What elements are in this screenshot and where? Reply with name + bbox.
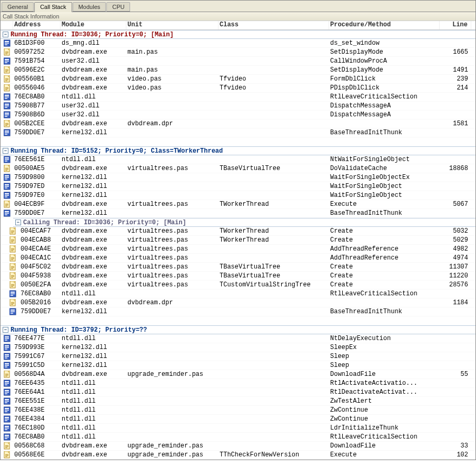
cell-module: kernel32.dll [61, 174, 126, 181]
svg-rect-167 [5, 420, 7, 421]
stack-row[interactable]: 0050E2FAdvbdream.exevirtualtrees.pasTCus… [1, 281, 475, 290]
cell-line: 102 [440, 451, 471, 459]
stack-row[interactable]: 76EC8AB0ntdll.dllRtlLeaveCriticalSection [1, 433, 475, 442]
stack-row[interactable]: 00568E6Edvbdream.exeupgrade_reminder.pas… [1, 451, 475, 460]
thread-group-header[interactable]: −Running Thread: ID=5152; Priority=0; Cl… [1, 146, 475, 155]
header-module[interactable]: Module [61, 21, 126, 29]
svg-rect-122 [11, 304, 13, 305]
cell-module: ntdll.dll [61, 156, 126, 163]
cell-class: Tfvideo [219, 84, 329, 92]
cell-unit: video.pas [126, 84, 219, 92]
svg-rect-150 [5, 383, 9, 384]
tab-modules[interactable]: Modules [73, 2, 106, 12]
stack-row[interactable]: 759DD0E7kernel32.dllBaseThreadInitThunk [1, 128, 475, 137]
cell-unit: virtualtrees.pas [126, 263, 219, 271]
svg-rect-76 [5, 211, 9, 212]
cell-address: 75991C67 [13, 353, 61, 360]
stack-row[interactable]: 004F5C02dvbdream.exevirtualtrees.pasTBas… [1, 263, 475, 272]
stack-row[interactable]: 76EC8AB0ntdll.dllRtlLeaveCriticalSection [1, 290, 475, 298]
tab-call-stack[interactable]: Call Stack [34, 2, 72, 12]
header-line[interactable]: Line [440, 21, 471, 29]
stack-row[interactable]: 00597252dvbdream.exemain.pasSetDisplayMo… [1, 48, 475, 57]
nested-thread-title: Calling Thread: ID=3036; Priority=0; [Ma… [23, 219, 186, 226]
stack-row[interactable]: 76EE6435ntdll.dllRtlActivateActivatio... [1, 379, 475, 388]
thread-group-header[interactable]: −Running Thread: ID=3036; Priority=0; [M… [1, 30, 475, 39]
cell-address: 76EE4384 [13, 415, 61, 423]
stack-row[interactable]: 76EC8AB0ntdll.dllRtlLeaveCriticalSection [1, 93, 475, 102]
header-address[interactable]: Address [13, 21, 61, 29]
stack-row[interactable]: 75908B77user32.dllDispatchMessageA [1, 102, 475, 111]
stack-row[interactable]: 76EE477Entdll.dllNtDelayExecution [1, 334, 475, 343]
stack-row[interactable]: 759DD0E7kernel32.dllBaseThreadInitThunk [1, 307, 475, 316]
svg-rect-146 [5, 375, 8, 375]
row-type-icon [1, 254, 19, 262]
svg-rect-20 [5, 78, 8, 79]
stack-row[interactable]: 00568D4Advbdream.exeupgrade_reminder.pas… [1, 370, 475, 379]
cell-module: user32.dll [61, 102, 126, 109]
stack-row[interactable]: 759D993Ekernel32.dllSleepEx [1, 343, 475, 352]
collapse-toggle-icon[interactable]: − [3, 327, 8, 333]
row-type-icon [1, 93, 13, 101]
svg-rect-51 [5, 159, 9, 160]
stack-row[interactable]: 76EE438Entdll.dllZwContinue [1, 406, 475, 415]
stack-row[interactable]: 75908B6Duser32.dllDispatchMessageA [1, 111, 475, 120]
thread-group-header[interactable]: −Running Thread: ID=3792; Priority=?? [1, 325, 475, 334]
svg-rect-98 [11, 260, 13, 260]
header-class[interactable]: Class [219, 21, 329, 29]
stack-row[interactable]: 759D97EDkernel32.dllWaitForSingleObject [1, 182, 475, 191]
stack-row[interactable]: 004F5938dvbdream.exevirtualtrees.pasTBas… [1, 272, 475, 281]
stack-row[interactable]: 759D9800kernel32.dllWaitForSingleObjectE… [1, 173, 475, 182]
cell-address: 00568D4A [13, 371, 61, 378]
stack-row[interactable]: 004ECB9Fdvbdream.exevirtualtrees.pasTWor… [1, 200, 475, 209]
svg-rect-26 [5, 88, 8, 89]
stack-row[interactable]: 6B1D3F00ds_mng.dllds_set_window [1, 39, 475, 48]
stack-row[interactable]: 004ECA1Cdvbdream.exevirtualtrees.pasAddT… [1, 254, 475, 263]
stack-row[interactable]: 75991C67kernel32.dllSleep [1, 352, 475, 361]
stack-row[interactable]: 00568C68dvbdream.exeupgrade_reminder.pas… [1, 442, 475, 451]
stack-row[interactable]: 759DD0E7kernel32.dllBaseThreadInitThunk [1, 209, 475, 218]
svg-rect-93 [11, 251, 13, 251]
tab-cpu[interactable]: CPU [106, 2, 130, 12]
stack-row[interactable]: 00596E2Cdvbdream.exemain.pasSetDisplayMo… [1, 66, 475, 75]
stack-row[interactable]: 76EE64A1ntdll.dllRtlDeactivateActivat... [1, 388, 475, 397]
cell-address: 76EE6435 [13, 380, 61, 387]
stack-row[interactable]: 004ECAB8dvbdream.exevirtualtrees.pasTWor… [1, 236, 475, 245]
collapse-toggle-icon[interactable]: − [3, 32, 8, 37]
row-type-icon [1, 424, 13, 432]
stack-row[interactable]: 7591B754user32.dllCallWindowProcA [1, 57, 475, 66]
svg-rect-142 [5, 366, 7, 367]
svg-rect-34 [5, 105, 9, 106]
stack-row[interactable]: 005B2016dvbdream.exedvbdream.dpr1184 [1, 298, 475, 307]
svg-rect-185 [5, 456, 7, 457]
svg-rect-103 [11, 268, 13, 269]
stack-row[interactable]: 75991C5Dkernel32.dllSleep [1, 361, 475, 370]
stack-row[interactable]: 76EC180Dntdll.dllLdrInitializeThunk [1, 424, 475, 433]
cell-address: 759DD0E7 [19, 308, 61, 315]
stack-row[interactable]: 76EE4384ntdll.dllZwContinue [1, 415, 475, 424]
tab-general[interactable]: General [2, 2, 34, 12]
nested-thread-header[interactable]: −Calling Thread: ID=3036; Priority=0; [M… [13, 218, 475, 227]
cell-address: 759D993E [13, 344, 61, 351]
stack-row[interactable]: 76EE561Entdll.dllNtWaitForSingleObject [1, 155, 475, 164]
svg-rect-30 [5, 96, 9, 97]
cell-module: ntdll.dll [61, 290, 126, 297]
cell-procedure: DispatchMessageA [329, 111, 440, 118]
stack-row[interactable]: 005560B1dvbdream.exevideo.pasTfvideoForm… [1, 75, 475, 84]
collapse-toggle-icon[interactable]: − [3, 148, 8, 154]
svg-rect-2 [5, 43, 9, 44]
cell-module: ntdll.dll [61, 335, 126, 342]
cell-unit: video.pas [126, 75, 219, 83]
cell-procedure: ZwContinue [329, 406, 440, 414]
stack-row[interactable]: 759D97E0kernel32.dllWaitForSingleObject [1, 191, 475, 200]
stack-row[interactable]: 00556046dvbdream.exevideo.pasTfvideoPDis… [1, 84, 475, 93]
header-unit[interactable]: Unit [126, 21, 219, 29]
stack-row[interactable]: 004ECA4Edvbdream.exevirtualtrees.pasAddT… [1, 245, 475, 254]
header-procedure[interactable]: Procedure/Method [329, 21, 440, 29]
svg-rect-72 [5, 204, 8, 204]
stack-row[interactable]: 76EE551Entdll.dllZwTestAlert [1, 397, 475, 406]
stack-row[interactable]: 005B2CEEdvbdream.exedvbdream.dpr1581 [1, 120, 475, 128]
collapse-toggle-icon[interactable]: − [15, 220, 21, 225]
stack-row[interactable]: 004ECAF7dvbdream.exevirtualtrees.pasTWor… [1, 227, 475, 236]
cell-address: 004F5C02 [19, 263, 61, 271]
stack-row[interactable]: 00500AE5dvbdream.exevirtualtrees.pasTBas… [1, 164, 475, 173]
